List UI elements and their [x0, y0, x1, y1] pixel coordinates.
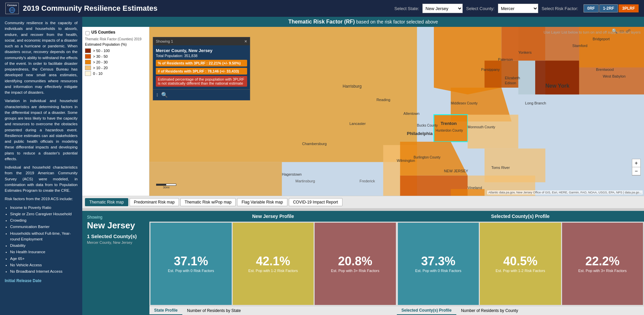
county-select[interactable]: Mercer [498, 4, 538, 13]
svg-text:Long Branch: Long Branch [525, 101, 546, 105]
app-title: 2019 Community Resilience Estimates [23, 4, 395, 13]
svg-text:Martinsburg: Martinsburg [295, 179, 315, 183]
svg-text:Elizabeth: Elizabeth [505, 76, 520, 80]
county-stat-0rf: 37.3% Est. Pop with 0 Risk Factors [398, 223, 479, 305]
map-popup: Showing 1 × Mercer County, New Jersey To… [153, 37, 250, 100]
map-header-normal: based on the risk factor selected above [355, 19, 438, 25]
nj-profile-header: New Jersey Profile [149, 211, 397, 222]
risk-factors-list: Income to Poverty Ratio Single or Zero C… [10, 205, 78, 275]
svg-text:Edison: Edison [505, 81, 516, 85]
svg-marker-20 [451, 189, 485, 196]
legend-subtitle: Thematic Risk Factor (Counties) 2019 [85, 37, 146, 41]
county-stat-3prf-value: 22.2% [585, 255, 619, 267]
popup-move-tool[interactable]: ↕ [156, 92, 158, 98]
tab-predominant-risk-map[interactable]: Predominant Risk map [130, 198, 179, 206]
risk-factor-9: No Vehicle Access [10, 262, 78, 268]
map-header-bold: Thematic Risk Factor (RF) [288, 19, 355, 25]
svg-text:Lancaster: Lancaster [350, 122, 366, 126]
legend-swatch-2 [85, 54, 91, 59]
svg-text:New York: New York [545, 83, 569, 89]
county-profile-tabs: Selected County(s) Profile Number of Res… [397, 306, 644, 315]
tab-flag-variable-risk-map[interactable]: Flag Variable Risk map [237, 198, 287, 206]
tab-covid19-impact-report[interactable]: COVID-19 Impact Report [289, 198, 342, 206]
legend-label-5: 0 - 10 [93, 72, 102, 76]
sidebar: Community resilience is the capacity of … [0, 17, 82, 315]
zoom-in-button[interactable]: + [632, 159, 640, 167]
county-stat-3prf-label: Est. Pop with 3+ Risk Factors [578, 269, 627, 273]
county-tab-residents-by-county[interactable]: Number of Residents by County [456, 306, 523, 315]
legend-swatch-1 [85, 48, 91, 53]
risk-btn-12rf[interactable]: 1-2RF [599, 4, 618, 12]
svg-text:Middlesex County: Middlesex County [451, 101, 477, 105]
popup-note: Estimated percentage of the popuplation … [156, 76, 247, 87]
tab-thematic-risk-pop-map[interactable]: Thematic Risk w/Pop map [180, 198, 236, 206]
showing-county-count: 1 Selected County(s) [87, 233, 145, 239]
nj-stat-0rf-value: 37.1% [174, 255, 208, 267]
county-stat-3prf: 22.2% Est. Pop with 3+ Risk Factors [562, 223, 643, 305]
nj-tab-state-profile[interactable]: State Profile [149, 306, 182, 315]
showing-label: Showing [87, 215, 145, 220]
legend-label-3: > 20 - 30 [93, 60, 108, 64]
layers-icon[interactable]: ☍ [626, 28, 631, 34]
legend-label: Estimated Population (%) [85, 42, 146, 46]
legend-swatch-4 [85, 65, 91, 70]
nj-tab-residents-by-state[interactable]: Number of Residents by State [182, 306, 245, 315]
app-header: Census 2019 Community Resilience Estimat… [0, 0, 644, 17]
svg-marker-15 [468, 115, 518, 149]
svg-text:Bridgeport: Bridgeport [593, 37, 610, 41]
svg-text:Chambersburg: Chambersburg [302, 142, 327, 146]
nj-profile-panel: New Jersey Profile 37.1% Est. Pop with 0… [149, 211, 397, 315]
nj-stat-3prf-value: 20.8% [338, 255, 372, 267]
county-tab-county-profile[interactable]: Selected County(s) Profile [397, 306, 456, 315]
svg-text:NEW JERSEY: NEW JERSEY [444, 169, 468, 173]
census-logo: Census [5, 3, 19, 14]
svg-marker-8 [149, 162, 282, 196]
risk-btn-3plrf[interactable]: 3PLRF [618, 4, 639, 12]
legend-label-4: > 10 - 20 [93, 66, 108, 70]
risk-factor-buttons: 0RF 1-2RF 3PLRF [584, 4, 639, 12]
legend-title: US Counties [91, 30, 115, 35]
svg-text:Parsippany: Parsippany [481, 68, 500, 72]
legend-item-4: > 10 - 20 [85, 65, 146, 70]
svg-text:Yonkers: Yonkers [518, 50, 532, 54]
map-container[interactable]: Harrisburg Reading Lancaster Chambersbur… [82, 27, 644, 196]
county-profile-panel: Selected County(s) Profile 37.3% Est. Po… [397, 211, 644, 315]
bookmark-icon[interactable]: ▭ [619, 28, 624, 34]
nj-stat-3prf: 20.8% Est. Pop with 3+ Risk Factors [315, 223, 396, 305]
svg-text:Bucks County: Bucks County [417, 124, 438, 127]
header-controls: Select State: New Jersey Select County: … [395, 4, 639, 13]
popup-zoom-tool[interactable]: 🔍 [161, 92, 168, 98]
map-scale: 30mi [156, 184, 176, 189]
legend-swatch-3 [85, 60, 91, 64]
popup-body: Mercer County, New Jersey Total Populati… [153, 45, 250, 89]
risk-factor-3: Crowding [10, 218, 78, 223]
svg-text:Monmouth County: Monmouth County [468, 125, 495, 129]
popup-close-button[interactable]: × [244, 39, 247, 44]
nj-profile-stats: 37.1% Est. Pop with 0 Risk Factors 42.1%… [149, 222, 397, 306]
risk-factors-label: Risk factors from the 2019 ACS include: [5, 196, 78, 202]
svg-text:Reading: Reading [376, 98, 390, 102]
sidebar-para1: Community resilience is the capacity of … [5, 20, 78, 95]
svg-text:Burlington County: Burlington County [414, 155, 441, 159]
svg-text:Hunterdon County: Hunterdon County [435, 129, 463, 132]
risk-btn-0rf[interactable]: 0RF [584, 4, 599, 12]
search-map-icon[interactable]: 🔍 [612, 28, 617, 34]
tab-thematic-risk-map[interactable]: Thematic Risk map [85, 198, 128, 206]
county-stat-12rf: 40.5% Est. Pop with 1-2 Risk Factors [480, 223, 561, 305]
select-county-label: Select County: [466, 6, 495, 11]
legend-swatch-5 [85, 71, 91, 76]
nj-stat-12rf-label: Est. Pop with 1-2 Risk Factors [248, 269, 298, 273]
zoom-out-button[interactable]: − [632, 167, 640, 175]
nj-stat-0rf-label: Est. Pop with 0 Risk Factors [168, 269, 214, 273]
main-layout: Community resilience is the capacity of … [0, 17, 644, 315]
svg-text:Paterson: Paterson [498, 57, 513, 61]
popup-stat1: % of Residents with 3PLRF : 22.21% (+/- … [156, 60, 247, 66]
nj-stat-12rf: 42.1% Est. Pop with 1-2 Risk Factors [233, 223, 314, 305]
state-select[interactable]: New Jersey [422, 4, 463, 13]
risk-factor-6: Disability [10, 243, 78, 249]
svg-text:Philadelphia: Philadelphia [407, 131, 433, 136]
svg-text:Frederick: Frederick [360, 179, 375, 183]
showing-panel: Showing New Jersey 1 Selected County(s) … [82, 211, 149, 315]
svg-text:Wilmington: Wilmington [397, 159, 415, 163]
legend-item-1: > 50 - 100 [85, 48, 146, 53]
